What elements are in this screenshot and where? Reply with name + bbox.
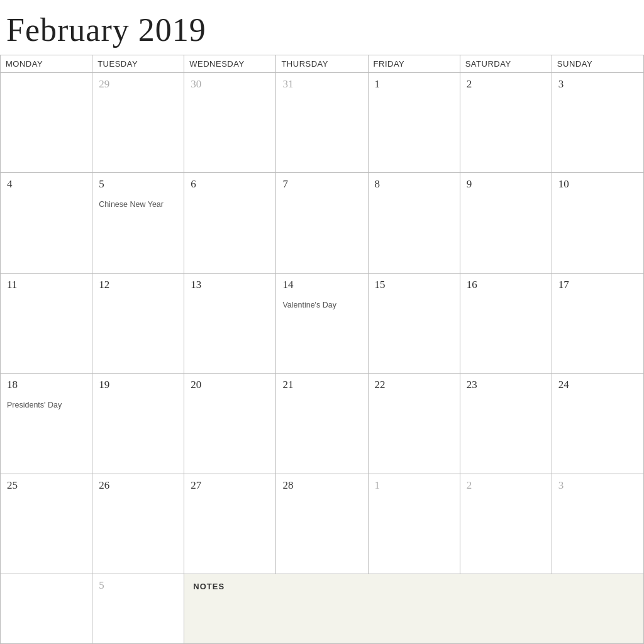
day-cell-3-feb: 3 [552, 73, 644, 172]
notes-label: NOTES [193, 582, 225, 591]
notes-col2-day5: 5 [92, 574, 184, 643]
notes-row: 5 NOTES [1, 574, 644, 644]
day-cell-15-feb: 15 [369, 274, 460, 373]
header-monday: MONDAY [1, 55, 92, 72]
header-tuesday: TUESDAY [92, 55, 184, 72]
day-cell-12-feb: 12 [92, 274, 184, 373]
header-sunday: SUNDAY [552, 55, 644, 72]
day-number-29: 29 [99, 78, 177, 91]
day-cell-14-feb: 14 Valentine's Day [276, 274, 368, 373]
day-number-7: 7 [282, 178, 361, 191]
day-cell-22-feb: 22 [369, 374, 460, 473]
day-cell-29: 29 [92, 73, 184, 172]
day-number-31: 31 [282, 78, 361, 91]
day-number-21: 21 [282, 379, 361, 391]
week-row-3: 11 12 13 14 Valentine's Day 15 16 [1, 274, 644, 374]
day-cell-5-feb: 5 Chinese New Year [92, 173, 184, 272]
day-number-28: 28 [282, 479, 361, 492]
week-row-5: 25 26 27 28 1 2 3 [1, 474, 644, 574]
day-number-13: 13 [191, 279, 269, 291]
event-valentines-day: Valentine's Day [282, 300, 361, 311]
event-chinese-new-year: Chinese New Year [99, 199, 177, 211]
day-cell-1-feb: 1 [369, 73, 460, 172]
day-cell-3-mar: 3 [552, 474, 644, 574]
day-number-2: 2 [467, 78, 545, 91]
day-cell-9-feb: 9 [460, 173, 552, 272]
day-cell-21-feb: 21 [276, 374, 368, 473]
day-cell-30: 30 [184, 73, 276, 172]
day-number-15: 15 [375, 279, 453, 291]
day-number-8: 8 [375, 178, 453, 191]
day-number-17: 17 [558, 279, 637, 291]
calendar-title: February 2019 [0, 0, 644, 55]
day-cell-23-feb: 23 [460, 374, 552, 473]
day-cell-13-feb: 13 [184, 274, 276, 373]
notes-empty-col1 [1, 574, 92, 643]
day-number-1-mar: 1 [375, 479, 453, 492]
day-number-9: 9 [467, 178, 545, 191]
day-number-14: 14 [282, 279, 361, 291]
day-cell-17-feb: 17 [552, 274, 644, 373]
day-cell-28-feb: 28 [276, 474, 368, 574]
day-number-12: 12 [99, 279, 177, 291]
day-cell-19-feb: 19 [92, 374, 184, 473]
day-number-11: 11 [7, 279, 86, 291]
day-cell-25-feb: 25 [1, 474, 92, 574]
day-cell-mon-w1 [1, 73, 92, 172]
day-headers-row: MONDAY TUESDAY WEDNESDAY THURSDAY FRIDAY… [1, 55, 644, 73]
day-number-20: 20 [191, 379, 269, 391]
day-cell-11-feb: 11 [1, 274, 92, 373]
day-number-5: 5 [99, 178, 177, 191]
day-number-5-extra: 5 [99, 579, 104, 591]
day-number-23: 23 [467, 379, 545, 391]
day-number-22: 22 [375, 379, 453, 391]
calendar-container: February 2019 MONDAY TUESDAY WEDNESDAY T… [0, 0, 644, 644]
day-number-19: 19 [99, 379, 177, 391]
day-number-24: 24 [558, 379, 637, 391]
day-cell-1-mar: 1 [369, 474, 460, 574]
day-cell-2-mar: 2 [460, 474, 552, 574]
day-cell-2-feb: 2 [460, 73, 552, 172]
day-cell-7-feb: 7 [276, 173, 368, 272]
day-number-18: 18 [7, 379, 86, 391]
day-cell-6-feb: 6 [184, 173, 276, 272]
day-cell-24-feb: 24 [552, 374, 644, 473]
day-number-2-mar: 2 [467, 479, 545, 492]
day-number-25: 25 [7, 479, 86, 492]
day-cell-31: 31 [276, 73, 368, 172]
day-number-6: 6 [191, 178, 269, 191]
weeks-container: 29 30 31 1 2 3 [1, 73, 644, 644]
header-wednesday: WEDNESDAY [184, 55, 276, 72]
day-number-4: 4 [7, 178, 86, 191]
day-cell-10-feb: 10 [552, 173, 644, 272]
day-number-26: 26 [99, 479, 177, 492]
day-cell-18-feb: 18 Presidents' Day [1, 374, 92, 473]
header-saturday: SATURDAY [460, 55, 552, 72]
day-cell-8-feb: 8 [369, 173, 460, 272]
day-cell-27-feb: 27 [184, 474, 276, 574]
day-number-27: 27 [191, 479, 269, 492]
day-number-3: 3 [558, 78, 637, 91]
day-number-3-mar: 3 [558, 479, 637, 492]
day-cell-16-feb: 16 [460, 274, 552, 373]
week-row-2: 4 5 Chinese New Year 6 7 8 9 [1, 173, 644, 273]
day-cell-4-feb: 4 [1, 173, 92, 272]
day-number-10: 10 [558, 178, 637, 191]
week-row-4: 18 Presidents' Day 19 20 21 22 23 [1, 374, 644, 474]
header-thursday: THURSDAY [276, 55, 368, 72]
calendar-grid: MONDAY TUESDAY WEDNESDAY THURSDAY FRIDAY… [0, 55, 644, 644]
day-cell-26-feb: 26 [92, 474, 184, 574]
event-presidents-day: Presidents' Day [7, 400, 86, 411]
day-cell-20-feb: 20 [184, 374, 276, 473]
day-number-30: 30 [191, 78, 269, 91]
day-number-1: 1 [375, 78, 453, 91]
day-number-16: 16 [467, 279, 545, 291]
week-row-1: 29 30 31 1 2 3 [1, 73, 644, 173]
notes-main-cell: NOTES [184, 574, 644, 643]
header-friday: FRIDAY [369, 55, 460, 72]
